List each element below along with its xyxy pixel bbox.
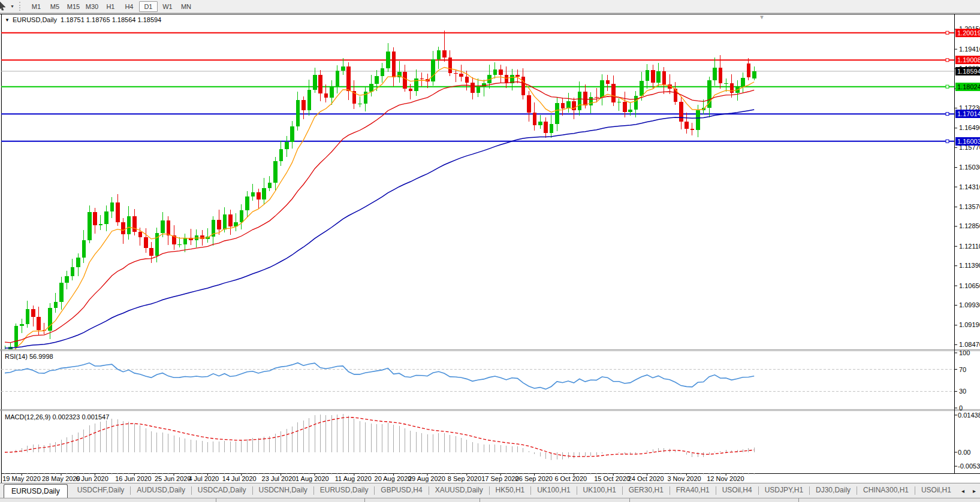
date-tick-label: 1 Aug 2020 [295,475,329,482]
chart-background [1,14,980,483]
tab-eurusd-daily[interactable]: EURUSD,Daily [314,483,375,498]
date-tick-label: 6 Jun 2020 [76,475,108,482]
date-tick-label: 3 Nov 2020 [667,475,701,482]
tab-usoil-h4[interactable]: USOil,H4 [716,483,758,498]
collapse-triangle-icon[interactable]: ▼ [5,17,10,23]
tab-uk100-h1[interactable]: UK100,H1 [577,483,622,498]
tab-usoil-h1[interactable]: USOil,H1 [915,483,957,498]
price-tick-label: 1.14310 [959,183,980,190]
date-tick-label: 24 Oct 2020 [628,475,664,482]
price-tick-label: 1.08470 [959,341,980,348]
macd-tick-label: 0.014384 [958,412,980,419]
date-tick-label: 17 Sep 2020 [481,475,518,482]
timeframe-button-w1[interactable]: W1 [159,1,176,12]
timeframe-button-m15[interactable]: M15 [65,1,82,12]
hline-price-label: 1.18024 [955,83,980,91]
tab-gbpusd-h4[interactable]: GBPUSD,H4 [375,483,428,498]
hline-price-label: 1.20019 [955,29,980,37]
tab-xauusd-daily[interactable]: XAUUSD,Daily [429,483,489,498]
tab-hk50-h1[interactable]: HK50,H1 [490,483,531,498]
cursor-icon-svg [0,2,7,11]
tab-usdcnh-daily[interactable]: USDCNH,Daily [253,483,313,498]
chart-title-quotes: 1.18751 1.18765 1.18564 1.18594 [61,16,161,23]
date-tick-label: 6 Oct 2020 [554,475,587,482]
timeframe-button-m1[interactable]: M1 [28,1,45,12]
price-tick-label: 1.16490 [959,124,980,131]
rsi-tick-label: 100 [959,349,970,356]
tab-eurusd-daily[interactable]: EURUSD,Daily [4,484,68,498]
toolbar-grip [19,2,23,11]
price-tick-label: 1.15030 [959,164,980,171]
chart-canvas[interactable] [0,0,980,502]
price-tick-label: 1.12850 [959,222,980,229]
column-divider [480,498,480,502]
timeframe-button-mn[interactable]: MN [177,1,195,12]
date-tick-label: 14 Jul 2020 [222,475,257,482]
date-tick-label: 11 Aug 2020 [335,475,372,482]
macd-tick-label: 0.00 [958,449,970,456]
date-tick-label: 15 Oct 2020 [594,475,630,482]
chart-title-symbol: EURUSD,Daily [13,16,57,23]
macd-tick-label: -0.00539 [958,462,980,470]
date-tick-label: 23 Jul 2020 [262,475,296,482]
tab-dj30-daily[interactable]: DJ30,Daily [810,483,857,498]
chart-window: ▼EURUSD,Daily 1.18751 1.18765 1.18564 1.… [0,0,980,502]
column-divider [798,498,799,502]
hline-price-label: 1.19008 [955,56,980,64]
price-tick-label: 1.13570 [959,203,980,210]
column-divider [629,498,630,502]
date-tick-label: 19 May 2020 [2,475,41,482]
timeframe-button-h1[interactable]: H1 [102,1,119,12]
timeframe-button-group: M1M5M15M30H1H4D1W1MN [27,1,195,12]
tab-scroll-left-icon[interactable]: ◂ [961,488,964,494]
chart-tab-bar: EURUSD,DailyUSDCHF,DailyAUDUSD,DailyUSDC… [0,483,980,498]
price-tick-label: 1.12110 [959,243,980,250]
timeframe-button-h4[interactable]: H4 [120,1,138,12]
price-tick-label: 1.09190 [959,321,980,328]
timeframe-button-m30[interactable]: M30 [83,1,101,12]
top-toolbar: ▼ M1M5M15M30H1H4D1W1MN [0,0,980,13]
chevron-down-icon[interactable]: ▼ [8,4,18,8]
tab-china300-h1[interactable]: CHINA300,H1 [857,483,915,498]
timeframe-button-m5[interactable]: M5 [46,1,64,12]
date-tick-label: 28 May 2020 [42,475,80,482]
terminal-panel-edge [0,498,980,502]
price-tick-label: 1.10650 [959,282,980,289]
rsi-indicator-label: RSI(14) 56.9998 [5,353,53,360]
rsi-tick-label: 30 [959,388,966,395]
chart-shift-marker-icon[interactable]: ▼ [759,14,765,20]
tab-fra40-h1[interactable]: FRA40,H1 [670,483,716,498]
bid-price-label: 1.18594 [955,67,980,75]
date-tick-label: 29 Aug 2020 [408,475,445,482]
hline-price-label: 1.16003 [955,137,980,146]
price-tick-label: 1.11390 [959,262,980,269]
date-tick-label: 20 Aug 2020 [375,475,412,482]
tab-audusd-daily[interactable]: AUDUSD,Daily [131,483,191,498]
hline-price-label: 1.17014 [955,110,980,118]
date-tick-label: 8 Sep 2020 [448,475,481,482]
date-tick-label: 26 Sep 2020 [515,475,553,482]
tab-uk100-h1[interactable]: UK100,H1 [531,483,576,498]
tab-usdcad-daily[interactable]: USDCAD,Daily [192,483,252,498]
rsi-tick-label: 0 [959,404,963,412]
date-tick-label: 25 Jun 2020 [155,475,191,482]
date-tick-label: 12 Nov 2020 [707,475,744,482]
price-tick-label: 1.19410 [959,46,980,53]
column-divider [216,498,216,502]
timeframe-button-d1[interactable]: D1 [139,1,158,12]
tab-ger30-h1[interactable]: GER30,H1 [623,483,670,498]
cursor-tool-icon[interactable] [0,2,8,11]
tab-scroll-buttons: ◂▸ [957,483,980,498]
chart-title: ▼EURUSD,Daily 1.18751 1.18765 1.18564 1.… [5,16,161,23]
date-tick-label: 4 Jul 2020 [188,475,219,482]
rsi-tick-label: 70 [959,366,966,373]
column-divider [364,498,365,502]
tab-usdjpy-h1[interactable]: USDJPY,H1 [759,483,809,498]
tab-usdchf-daily[interactable]: USDCHF,Daily [71,483,131,498]
date-tick-label: 16 Jun 2020 [115,475,152,482]
price-tick-label: 1.09930 [959,301,980,309]
macd-indicator-label: MACD(12,26,9) 0.002323 0.001547 [5,413,109,421]
tab-scroll-right-icon[interactable]: ▸ [973,488,976,494]
